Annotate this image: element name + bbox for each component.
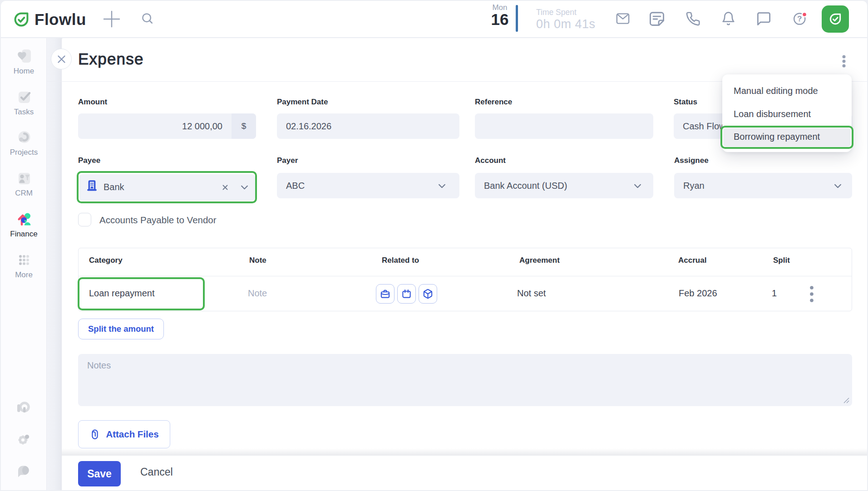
svg-text:?: ? (797, 14, 802, 23)
